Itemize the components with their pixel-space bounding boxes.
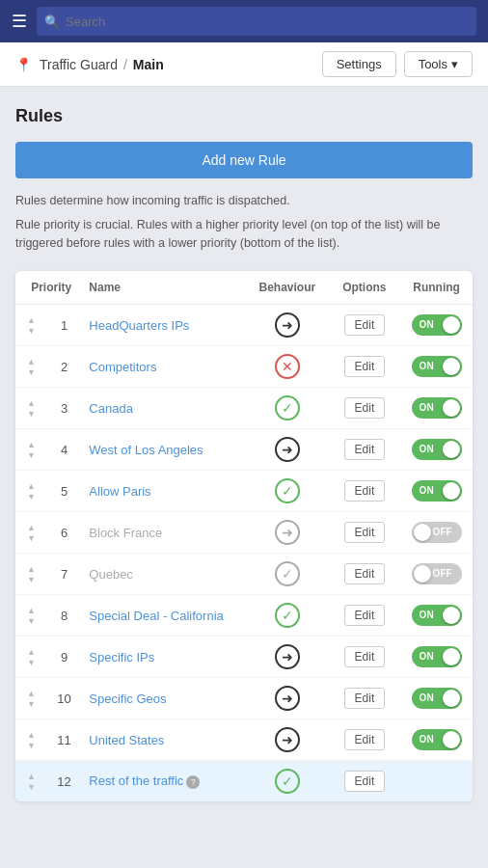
- toggle-switch[interactable]: OFF: [412, 563, 462, 584]
- rule-name: Allow Paris: [81, 471, 246, 512]
- table-row: ▲ ▼ 7 Quebec ✓ Edit OFF: [15, 554, 473, 595]
- running-cell: OFF: [400, 512, 473, 554]
- rule-name-link[interactable]: HeadQuarters IPs: [89, 318, 189, 333]
- add-rule-button[interactable]: Add new Rule: [15, 142, 473, 178]
- behaviour-cell: ✓: [246, 554, 328, 595]
- edit-button[interactable]: Edit: [344, 439, 386, 460]
- edit-button[interactable]: Edit: [344, 605, 386, 626]
- edit-button[interactable]: Edit: [344, 771, 386, 792]
- tools-button[interactable]: Tools ▾: [404, 51, 473, 77]
- edit-button[interactable]: Edit: [344, 314, 386, 336]
- drag-handle[interactable]: ▲ ▼: [15, 429, 47, 471]
- edit-button[interactable]: Edit: [344, 397, 386, 419]
- search-input[interactable]: [37, 7, 476, 36]
- running-cell: ON: [400, 595, 473, 637]
- rule-name-link[interactable]: Specific IPs: [89, 650, 154, 665]
- topbar: ☰ 🔍: [0, 0, 488, 42]
- menu-icon[interactable]: ☰: [12, 11, 27, 32]
- rule-name: United States: [81, 719, 246, 761]
- rule-name: Specific Geos: [81, 678, 246, 719]
- toggle-switch[interactable]: ON: [412, 729, 462, 750]
- running-cell: ON: [400, 305, 473, 346]
- toggle-knob: [443, 648, 460, 665]
- behaviour-arrow-icon: ➜: [275, 312, 300, 338]
- rule-name-link[interactable]: Block France: [89, 526, 162, 540]
- rule-name: Canada: [81, 388, 246, 429]
- drag-handle[interactable]: ▲ ▼: [15, 305, 47, 346]
- row-number: 3: [47, 388, 82, 429]
- table-row: ▲ ▼ 8 Special Deal - California ✓ Edit O…: [15, 595, 473, 637]
- col-header-options: Options: [329, 271, 401, 305]
- behaviour-allow-icon: ✓: [275, 395, 300, 420]
- edit-button[interactable]: Edit: [344, 480, 386, 502]
- row-number: 11: [47, 719, 82, 761]
- toggle-switch[interactable]: ON: [412, 356, 462, 377]
- toggle-knob: [414, 524, 431, 541]
- options-cell: Edit: [329, 388, 401, 429]
- table-row: ▲ ▼ 3 Canada ✓ Edit ON: [15, 388, 473, 429]
- page-title: Rules: [15, 106, 473, 126]
- rule-name-link[interactable]: Quebec: [89, 567, 133, 582]
- edit-button[interactable]: Edit: [344, 646, 386, 667]
- toggle-knob: [443, 690, 460, 707]
- settings-button[interactable]: Settings: [322, 51, 396, 77]
- location-icon: 📍: [15, 57, 32, 72]
- toggle-switch[interactable]: ON: [412, 397, 462, 419]
- toggle-switch[interactable]: ON: [412, 646, 462, 667]
- options-cell: Edit: [329, 346, 401, 388]
- breadcrumb-current: Main: [133, 57, 164, 72]
- rule-name-link[interactable]: Canada: [89, 401, 133, 416]
- behaviour-arrow-icon: ➜: [275, 437, 300, 462]
- drag-handle[interactable]: ▲ ▼: [15, 637, 47, 678]
- drag-handle[interactable]: ▲ ▼: [15, 554, 47, 595]
- drag-handle[interactable]: ▲ ▼: [15, 512, 47, 554]
- options-cell: Edit: [329, 305, 401, 346]
- drag-handle[interactable]: ▲ ▼: [15, 678, 47, 719]
- col-header-priority: Priority: [15, 271, 81, 305]
- rule-name-link[interactable]: United States: [89, 733, 164, 747]
- drag-handle[interactable]: ▲ ▼: [15, 388, 47, 429]
- rule-name-link[interactable]: Special Deal - California: [89, 609, 223, 623]
- info-badge[interactable]: ?: [186, 775, 200, 789]
- behaviour-cell: ➜: [246, 512, 328, 554]
- toggle-switch[interactable]: ON: [412, 314, 462, 336]
- drag-handle[interactable]: ▲ ▼: [15, 471, 47, 512]
- behaviour-allow-icon: ✓: [275, 603, 300, 628]
- toggle-switch[interactable]: ON: [412, 480, 462, 502]
- drag-handle[interactable]: ▲ ▼: [15, 761, 47, 802]
- behaviour-allow-icon: ✓: [275, 769, 300, 794]
- breadcrumb-app[interactable]: Traffic Guard: [40, 57, 118, 72]
- edit-button[interactable]: Edit: [344, 563, 386, 584]
- behaviour-cell: ✓: [246, 388, 328, 429]
- drag-handle[interactable]: ▲ ▼: [15, 346, 47, 388]
- rule-name-link[interactable]: Rest of the traffic: [89, 773, 183, 788]
- rule-name-link[interactable]: Specific Geos: [89, 692, 166, 706]
- drag-handle[interactable]: ▲ ▼: [15, 719, 47, 761]
- options-cell: Edit: [329, 429, 401, 471]
- toggle-knob: [443, 607, 460, 624]
- behaviour-cell: ➜: [246, 678, 328, 719]
- behaviour-cell: ➜: [246, 305, 328, 346]
- edit-button[interactable]: Edit: [344, 356, 386, 377]
- breadcrumb-bar: 📍 Traffic Guard / Main Settings Tools ▾: [0, 42, 488, 87]
- toggle-switch[interactable]: ON: [412, 605, 462, 626]
- toggle-switch[interactable]: ON: [412, 439, 462, 460]
- table-row: ▲ ▼ 5 Allow Paris ✓ Edit ON: [15, 471, 473, 512]
- rules-table: Priority Name Behaviour Options Running …: [15, 271, 473, 801]
- options-cell: Edit: [329, 719, 401, 761]
- edit-button[interactable]: Edit: [344, 729, 386, 750]
- options-cell: Edit: [329, 554, 401, 595]
- running-cell: [400, 761, 473, 802]
- table-row: ▲ ▼ 11 United States ➜ Edit ON: [15, 719, 473, 761]
- toggle-switch[interactable]: ON: [412, 688, 462, 709]
- table-row: ▲ ▼ 2 Competitors ✕ Edit ON: [15, 346, 473, 388]
- edit-button[interactable]: Edit: [344, 522, 386, 543]
- table-row: ▲ ▼ 6 Block France ➜ Edit OFF: [15, 512, 473, 554]
- edit-button[interactable]: Edit: [344, 688, 386, 709]
- col-header-behaviour: Behaviour: [246, 271, 328, 305]
- rule-name-link[interactable]: Allow Paris: [89, 484, 150, 499]
- rule-name-link[interactable]: Competitors: [89, 360, 156, 374]
- toggle-switch[interactable]: OFF: [412, 522, 462, 543]
- drag-handle[interactable]: ▲ ▼: [15, 595, 47, 637]
- rule-name-link[interactable]: West of Los Angeles: [89, 443, 203, 457]
